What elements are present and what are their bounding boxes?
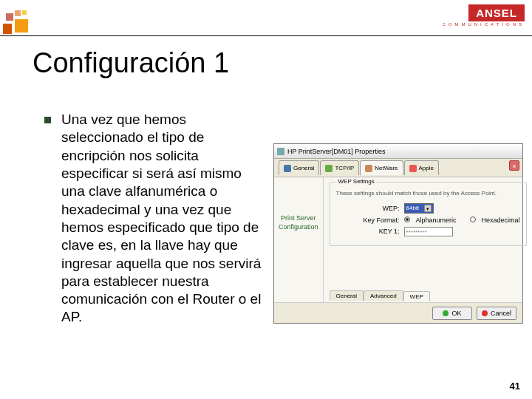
close-icon[interactable]: × <box>509 160 519 171</box>
tab-tcpip[interactable]: TCP/IP <box>320 160 359 175</box>
properties-dialog: HP PrintServer[DM01] Properties General … <box>273 143 523 324</box>
radio-hex[interactable] <box>470 216 477 224</box>
group-label: WEP Settings <box>336 178 377 185</box>
keyformat-label: Key Format: <box>361 216 400 224</box>
subtab-advanced[interactable]: Advanced <box>364 290 403 301</box>
dialog-titlebar: HP PrintServer[DM01] Properties <box>274 144 522 159</box>
gear-icon <box>284 165 291 172</box>
brand-name: ANSEL <box>468 4 525 21</box>
dialog-app-icon <box>277 148 284 155</box>
close-icon <box>482 310 488 316</box>
divider <box>0 35 532 36</box>
key1-input[interactable]: ********* <box>404 227 453 236</box>
dialog-tabs: General TCP/IP NetWare Apple <box>274 159 522 175</box>
wep-select[interactable]: 64bit ▾ <box>404 203 434 214</box>
wep-label: WEP: <box>361 205 400 212</box>
group-hint: These settings should match those used b… <box>336 190 520 197</box>
dialog-title: HP PrintServer[DM01] Properties <box>287 148 385 155</box>
apple-icon <box>409 165 417 172</box>
subtab-wep[interactable]: WEP <box>403 291 430 301</box>
dialog-sidebar: Print Server Configuration <box>274 177 324 302</box>
key1-label: KEY 1: <box>361 228 400 235</box>
network-icon <box>365 165 372 172</box>
subtab-general[interactable]: General <box>330 290 364 301</box>
tab-general[interactable]: General <box>279 160 319 175</box>
ok-button[interactable]: OK <box>432 307 472 320</box>
bullet-text: Una vez que hemos seleccionado el tipo d… <box>61 111 263 327</box>
chevron-down-icon: ▾ <box>424 205 432 212</box>
brand-subtitle: COMMUNICATIONS <box>442 22 525 27</box>
sidebar-heading: Print Server Configuration <box>279 214 318 231</box>
check-icon <box>443 310 449 316</box>
bullet-square-icon <box>44 117 51 123</box>
dialog-main: WEP Settings These settings should match… <box>324 177 532 302</box>
brand-logo: ANSEL COMMUNICATIONS <box>442 4 525 27</box>
dialog-buttons: OK Cancel <box>274 302 522 323</box>
wep-group: WEP Settings These settings should match… <box>330 182 527 246</box>
sub-tabs: General Advanced WEP <box>330 290 430 301</box>
radio-alpha[interactable] <box>404 216 412 224</box>
globe-icon <box>325 165 332 172</box>
tab-apple[interactable]: Apple <box>404 160 439 175</box>
decorative-squares <box>0 10 65 35</box>
tab-netware[interactable]: NetWare <box>360 160 403 175</box>
page-number: 41 <box>510 381 520 392</box>
cancel-button[interactable]: Cancel <box>477 307 516 320</box>
page-title: Configuración 1 <box>33 47 229 79</box>
body-text: Una vez que hemos seleccionado el tipo d… <box>44 111 263 327</box>
